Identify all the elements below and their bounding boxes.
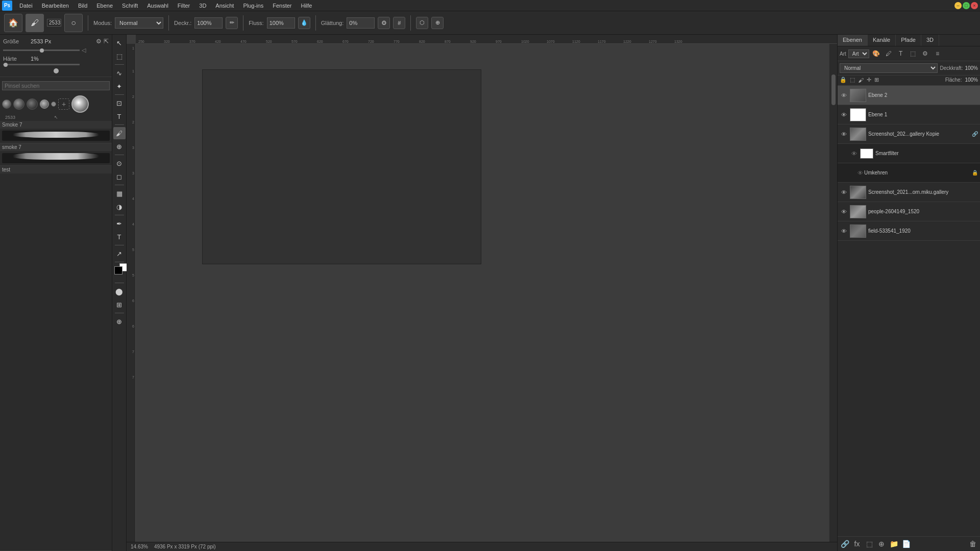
- menu-ebene[interactable]: Ebene: [92, 2, 117, 10]
- menu-fenster[interactable]: Fenster: [268, 2, 296, 10]
- window-close[interactable]: ×: [971, 2, 978, 9]
- layer-item-ebene2[interactable]: 👁 Ebene 2: [838, 86, 980, 105]
- menu-schrift[interactable]: Schrift: [118, 2, 142, 10]
- lock-artboard[interactable]: ⊞: [874, 77, 879, 83]
- layer-item-ebene1[interactable]: 👁 Ebene 1: [838, 105, 980, 124]
- brush-preset-item-5[interactable]: [51, 102, 56, 107]
- layer-visibility-ebene2[interactable]: 👁: [840, 91, 848, 99]
- window-minimize[interactable]: –: [954, 2, 962, 9]
- lock-position[interactable]: ✛: [867, 77, 871, 83]
- layer-visibility-people[interactable]: 👁: [840, 208, 848, 216]
- mask-tool[interactable]: ⬤: [113, 285, 126, 297]
- menu-bearbeiten[interactable]: Bearbeiten: [38, 2, 73, 10]
- tab-kanale[interactable]: Kanäle: [868, 35, 896, 46]
- add-adjustment-btn[interactable]: ⊕: [876, 539, 887, 549]
- brush-preset-item-3[interactable]: [27, 98, 38, 110]
- filter-btn-5[interactable]: ⚙: [920, 48, 930, 59]
- layer-item-field[interactable]: 👁 field-533541_1920: [838, 221, 980, 241]
- home-button[interactable]: 🏠: [4, 14, 22, 32]
- crop-tool[interactable]: ⊡: [113, 97, 126, 109]
- link-layers-btn[interactable]: 🔗: [840, 539, 850, 549]
- extra-btn-1[interactable]: #: [393, 17, 405, 29]
- pen-tool[interactable]: ✒: [113, 217, 126, 230]
- layer-visibility-ebene1[interactable]: 👁: [840, 111, 848, 119]
- menu-3d[interactable]: 3D: [195, 2, 210, 10]
- blend-mode-select[interactable]: Normal Multiplizieren Abwedeln Aufhellen: [840, 63, 938, 73]
- extra-btn-2[interactable]: ⊕: [431, 17, 444, 29]
- fluss-icon[interactable]: 💧: [298, 17, 310, 29]
- lasso-tool[interactable]: ∿: [113, 67, 126, 79]
- layer-item-screenshot-gallery[interactable]: 👁 Screenshot_2021...orn.miku.gallery: [838, 183, 980, 202]
- scrollbar-vertical[interactable]: [829, 44, 837, 543]
- brush-search-input[interactable]: [2, 81, 110, 90]
- new-layer-btn[interactable]: 📄: [901, 539, 911, 549]
- canvas-viewport[interactable]: [136, 44, 837, 542]
- type-tool[interactable]: T: [113, 231, 126, 243]
- filter-btn-2[interactable]: 🖊: [884, 48, 894, 59]
- menu-hilfe[interactable]: Hilfe: [297, 2, 316, 10]
- gradient-tool[interactable]: ▦: [113, 187, 126, 199]
- foreground-color-swatch[interactable]: [114, 266, 122, 274]
- harte-slider-handle[interactable]: [54, 68, 59, 73]
- filter-btn-3[interactable]: T: [896, 48, 906, 59]
- magic-wand-tool[interactable]: ✦: [113, 80, 126, 92]
- app-icon[interactable]: Ps: [2, 1, 12, 11]
- add-style-btn[interactable]: fx: [852, 539, 862, 549]
- art-select[interactable]: Art: [848, 49, 869, 58]
- deckraft-icon[interactable]: ✏: [226, 17, 238, 29]
- dodge-tool[interactable]: ◑: [113, 201, 126, 213]
- eraser-tool[interactable]: ◻: [113, 170, 126, 183]
- layer-visibility-umkehren[interactable]: 👁: [856, 169, 864, 177]
- glattung-input[interactable]: [347, 17, 375, 29]
- settings-btn[interactable]: ⚙: [378, 17, 390, 29]
- menu-datei[interactable]: Datei: [15, 2, 37, 10]
- delete-layer-btn[interactable]: 🗑: [968, 539, 978, 549]
- deckraft-input[interactable]: [194, 17, 223, 29]
- brush-preset-item-1[interactable]: [2, 99, 11, 109]
- brush-corner-icon[interactable]: ⇱: [104, 38, 109, 45]
- zoom-tool[interactable]: ⊕: [113, 315, 126, 328]
- harte-slider[interactable]: [3, 64, 80, 65]
- select-tool[interactable]: ⬚: [113, 50, 126, 62]
- tab-3d[interactable]: 3D: [921, 35, 939, 46]
- add-group-btn[interactable]: 📁: [889, 539, 899, 549]
- clone-tool[interactable]: ⊙: [113, 157, 126, 169]
- menu-plugins[interactable]: Plug-ins: [239, 2, 267, 10]
- layer-visibility-screenshot-gallery[interactable]: 👁: [840, 188, 848, 196]
- brush-tool-button[interactable]: 🖌: [26, 14, 44, 32]
- menu-bild[interactable]: Bild: [74, 2, 91, 10]
- lock-icon[interactable]: 🔒: [840, 77, 847, 83]
- layer-item-smartfilter[interactable]: 👁 Smartfilter: [838, 144, 980, 163]
- brush-preview-smoke7-2[interactable]: [0, 151, 112, 166]
- menu-ansicht[interactable]: Ansicht: [211, 2, 238, 10]
- layer-item-people[interactable]: 👁 people-2604149_1520: [838, 202, 980, 221]
- filter-btn-6[interactable]: ≡: [933, 48, 943, 59]
- brush-preset-item-4[interactable]: [40, 99, 49, 109]
- eyedropper-tool[interactable]: T: [113, 110, 126, 122]
- layer-visibility-field[interactable]: 👁: [840, 227, 848, 235]
- filter-btn-4[interactable]: ⬚: [908, 48, 918, 59]
- layer-item-umkehren[interactable]: 👁 Umkehren 🔒: [838, 163, 980, 183]
- brush-settings-icon[interactable]: ⚙: [96, 38, 102, 45]
- add-brush-button[interactable]: +: [58, 98, 69, 110]
- brush-tool[interactable]: 🖌: [113, 127, 126, 139]
- brush-preview-smoke7-1[interactable]: [0, 129, 112, 143]
- grosse-slider[interactable]: [3, 49, 80, 51]
- layer-visibility-screenshot-kopie[interactable]: 👁: [840, 130, 848, 138]
- menu-filter[interactable]: Filter: [174, 2, 194, 10]
- frame-tool[interactable]: ⊞: [113, 298, 126, 311]
- menu-auswahl[interactable]: Auswahl: [143, 2, 173, 10]
- lock-transparent[interactable]: ⬚: [850, 77, 855, 83]
- window-maximize[interactable]: □: [963, 2, 970, 9]
- symmetry-btn[interactable]: ⬡: [416, 17, 428, 29]
- path-select-tool[interactable]: ↗: [113, 247, 126, 260]
- filter-btn-1[interactable]: 🎨: [871, 48, 881, 59]
- move-tool[interactable]: ↖: [113, 37, 126, 49]
- brush-preset-item-large[interactable]: [71, 95, 89, 113]
- layer-visibility-smartfilter[interactable]: 👁: [850, 149, 858, 158]
- brush-preset-item-2[interactable]: [13, 98, 24, 110]
- brush-preset-picker[interactable]: ○: [64, 14, 83, 32]
- healing-tool[interactable]: ⊕: [113, 140, 126, 153]
- add-mask-btn[interactable]: ⬚: [864, 539, 874, 549]
- layer-item-screenshot-kopie[interactable]: 👁 Screenshot_202...gallery Kopie 🔗: [838, 124, 980, 144]
